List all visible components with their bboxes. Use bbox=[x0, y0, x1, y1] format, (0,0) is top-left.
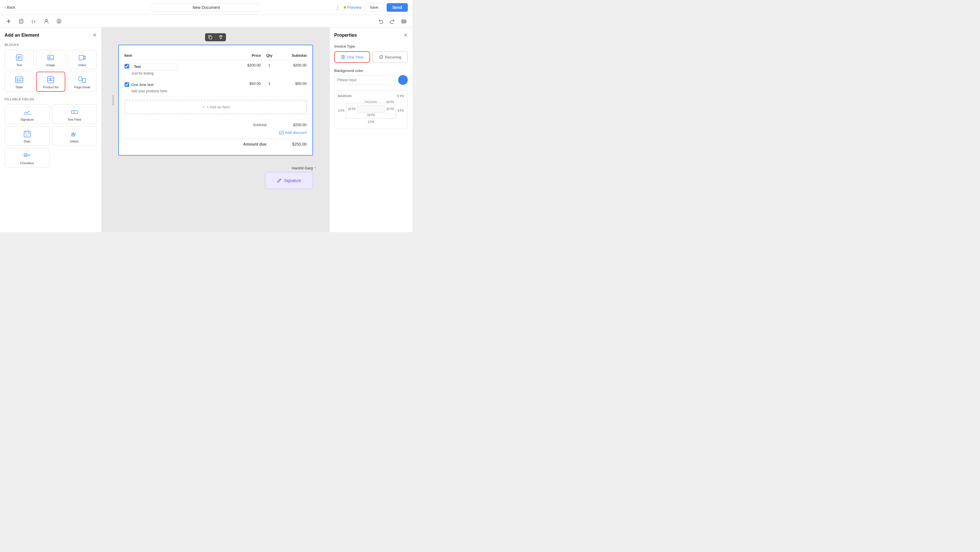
canvas-area: Item Price Qty Subtotal Just for testing bbox=[102, 27, 329, 232]
recurring-button[interactable]: Recurring bbox=[372, 51, 408, 63]
one-time-button[interactable]: One Time bbox=[334, 51, 370, 63]
right-sidebar-header: Properties ✕ bbox=[334, 32, 408, 38]
svg-text:IN: IN bbox=[71, 132, 76, 136]
add-element-button[interactable] bbox=[5, 17, 13, 25]
one-time-label: One Time bbox=[347, 55, 363, 59]
margin-padding-section: MARGIN 0 PX 0 PX PADDING 10 PX 10 PX 1 bbox=[334, 91, 408, 129]
blocks-grid: T Text Image bbox=[5, 50, 97, 92]
row1-item-details: Just for testing bbox=[132, 63, 177, 75]
row2-item-details: One time test Add your products here. bbox=[132, 81, 168, 93]
svg-rect-15 bbox=[16, 77, 23, 83]
svg-text:T|: T| bbox=[73, 111, 75, 114]
checkbox-fillable-icon bbox=[22, 152, 32, 160]
fillable-item-date[interactable]: 1 Date bbox=[5, 126, 49, 145]
close-properties-button[interactable]: ✕ bbox=[404, 32, 408, 38]
drag-dots bbox=[18, 52, 21, 54]
invoice-row-item: One time test Add your products here. bbox=[124, 81, 232, 93]
recurring-label: Recurring bbox=[385, 55, 401, 59]
trash-icon bbox=[218, 35, 223, 40]
document-icon-button[interactable] bbox=[17, 17, 25, 25]
bg-color-input[interactable] bbox=[334, 75, 396, 85]
fillable-item-checkbox[interactable]: Checkbox bbox=[5, 148, 49, 168]
block-item-image[interactable]: Image bbox=[36, 50, 65, 69]
signature-button[interactable]: Signature bbox=[265, 172, 313, 189]
signature-section: Harshit Garg * Signature bbox=[118, 159, 313, 189]
col-header-item: Item bbox=[124, 53, 232, 57]
row1-name-input[interactable] bbox=[132, 63, 177, 70]
fillable-section-label: FILLABLE FIELDS bbox=[5, 97, 97, 101]
svg-point-8 bbox=[405, 21, 406, 22]
nav-title-area bbox=[152, 3, 261, 12]
block-item-text[interactable]: T Text bbox=[5, 50, 34, 69]
save-button[interactable]: Save bbox=[365, 3, 383, 11]
subtotal-value: $250.00 bbox=[284, 123, 307, 127]
add-item-plus-icon: ＋ bbox=[201, 104, 205, 110]
block-item-video[interactable]: Video bbox=[68, 50, 97, 69]
block-label-image: Image bbox=[46, 63, 55, 67]
drag-dots bbox=[81, 52, 84, 54]
row1-description: Just for testing bbox=[132, 71, 177, 75]
more-options-button[interactable]: ⋮ bbox=[335, 4, 340, 11]
subtotal-label: Subtotal bbox=[253, 123, 267, 127]
color-picker-button[interactable] bbox=[398, 75, 408, 85]
padding-label: PADDING bbox=[364, 101, 378, 104]
redo-icon bbox=[390, 19, 395, 24]
variable-icon-button[interactable]: {x} bbox=[30, 17, 38, 25]
padding-right-value: 10 PX bbox=[386, 107, 394, 111]
block-item-page-break[interactable]: Page break bbox=[68, 72, 97, 92]
svg-rect-14 bbox=[79, 55, 84, 60]
canvas-delete-button[interactable] bbox=[215, 33, 226, 41]
signature-owner-name: Harshit Garg * bbox=[292, 166, 313, 170]
discount-row: Add discount bbox=[124, 129, 307, 136]
invoice-row: One time test Add your products here. $5… bbox=[124, 78, 307, 96]
back-button[interactable]: ‹ Back bbox=[5, 5, 15, 10]
icon-toolbar-right bbox=[377, 17, 408, 25]
block-item-product-list[interactable]: $ Product list bbox=[36, 72, 65, 92]
add-discount-button[interactable]: Add discount bbox=[279, 131, 306, 135]
product-list-block-icon: $ bbox=[46, 76, 56, 84]
main-layout: Add an Element ✕ BLOCKS T Text bbox=[0, 27, 412, 232]
document-title-input[interactable] bbox=[152, 3, 261, 12]
add-item-button[interactable]: ＋ + Add an Item bbox=[124, 100, 307, 114]
drag-dots bbox=[25, 106, 29, 108]
invoice-table-header: Item Price Qty Subtotal bbox=[124, 51, 307, 60]
svg-rect-19 bbox=[83, 78, 86, 83]
fillable-grid: Signature T| Text Field bbox=[5, 104, 97, 168]
settings-icon-button[interactable] bbox=[400, 17, 408, 25]
svg-rect-26 bbox=[209, 37, 212, 39]
close-sidebar-button[interactable]: ✕ bbox=[92, 32, 97, 38]
fillable-item-initials[interactable]: IN Initials bbox=[52, 126, 97, 145]
redo-button[interactable] bbox=[388, 17, 396, 25]
undo-button[interactable] bbox=[377, 17, 385, 25]
row-drag-handle[interactable] bbox=[113, 96, 114, 105]
invoice-type-label: Invoice Type bbox=[334, 44, 408, 48]
row2-checkbox[interactable] bbox=[124, 82, 129, 87]
row2-description: Add your products here. bbox=[132, 89, 168, 93]
signature-label: Signature bbox=[284, 178, 301, 183]
page-break-block-icon bbox=[77, 76, 88, 84]
canvas-toolbar bbox=[205, 33, 226, 41]
margin-bottom-value: 0 PX bbox=[338, 120, 404, 123]
col-header-price: Price bbox=[232, 53, 261, 57]
image-block-icon bbox=[46, 54, 56, 62]
drag-dots bbox=[72, 128, 76, 130]
recurring-icon bbox=[379, 55, 383, 59]
table-block-icon bbox=[14, 76, 24, 84]
fillable-label-text-field: Text Field bbox=[68, 118, 81, 121]
block-item-table[interactable]: Table bbox=[5, 72, 34, 92]
fillable-item-signature[interactable]: Signature bbox=[5, 104, 49, 124]
signature-fillable-icon bbox=[22, 108, 32, 116]
padding-left-value: 10 PX bbox=[348, 107, 356, 111]
required-indicator: * bbox=[314, 166, 316, 170]
canvas-copy-button[interactable] bbox=[205, 33, 215, 41]
drag-dots bbox=[72, 106, 76, 108]
svg-text:1: 1 bbox=[26, 134, 27, 137]
left-sidebar: Add an Element ✕ BLOCKS T Text bbox=[0, 27, 102, 232]
preview-button[interactable]: Preview bbox=[344, 5, 361, 10]
row1-checkbox[interactable] bbox=[124, 64, 129, 69]
dollar-icon-button[interactable] bbox=[55, 17, 63, 25]
send-button[interactable]: Send bbox=[387, 3, 408, 12]
right-sidebar: Properties ✕ Invoice Type One Time Recur… bbox=[329, 27, 412, 232]
user-icon-button[interactable] bbox=[42, 17, 50, 25]
fillable-item-text-field[interactable]: T| Text Field bbox=[52, 104, 97, 124]
